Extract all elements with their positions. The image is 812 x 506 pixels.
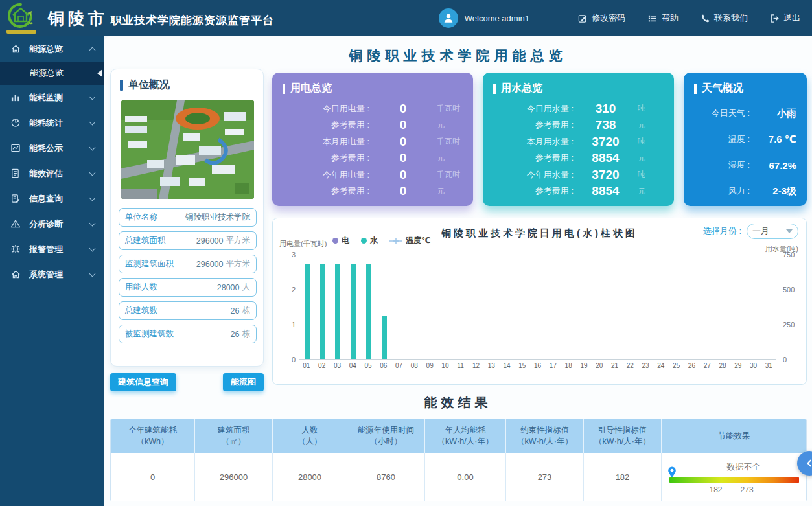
weather-card-title: 天气概况 [684,82,807,95]
unit-info-fields: 单位名称铜陵职业技术学院总建筑面积296000平方米监测建筑面积296000平方… [119,208,257,348]
stat-label: 参考费用 : [272,152,369,164]
gauge-max-label: 273 [741,485,754,494]
pie-chart-icon [10,118,23,128]
header-action-label: 帮助 [662,12,679,24]
header-line1: 人数 [275,425,344,436]
daily-usage-chart-card: 铜陵职业技术学院日用电(水)柱状图 用电量(千瓦时) 用水量(吨) 电水温度℃ … [272,218,807,385]
weather-label: 湿度 : [694,159,750,171]
user-avatar[interactable] [439,8,458,28]
right-axis-tick: 750 [783,251,795,259]
stat-row: 参考费用 :0元 [272,117,473,134]
x-axis-day-label: 25 [669,362,684,369]
chevron-down-icon [89,270,96,277]
stat-label: 参考费用 : [483,185,574,197]
x-axis-day-label: 22 [622,362,638,369]
x-axis-day-label: 27 [699,362,715,369]
unit-field-label: 总建筑数 [125,305,157,316]
table-header-cell: 年人均能耗（kW·h/人·年） [425,419,506,453]
sidebar-item-label: 能效评估 [29,168,90,179]
gauge-status-text: 数据不全 [669,461,799,473]
right-axis-tick: 250 [783,321,795,328]
sidebar-item-energy-statistics[interactable]: 能耗统计 [0,110,104,135]
sidebar-item-label: 报警管理 [29,244,90,255]
weather-value: 小雨 [750,108,796,120]
table-header-row: 全年建筑能耗（kWh）建筑面积（㎡）人数（人）能源年使用时间（小时）年人均能耗（… [111,419,806,453]
sidebar-item-energy-monitoring[interactable]: 能耗监测 [0,85,104,110]
stat-label: 今日用水量 : [483,103,574,115]
left-axis-label: 用电量(千瓦时) [279,239,327,249]
x-axis-day-label: 08 [406,362,422,369]
stat-row: 今日用电量 :0千瓦时 [272,100,473,117]
water-bar-day-05 [366,264,371,359]
header-action-label: 退出 [783,12,800,24]
chart-gridline [299,255,776,255]
stat-unit: 吨 [638,169,674,180]
sidebar-item-energy-overview[interactable]: 能源总览 [0,36,104,62]
sidebar-item-analysis-diagnosis[interactable]: 分析诊断 [0,211,104,236]
energy-flow-diagram-button[interactable]: 能流图 [223,373,264,391]
water-bar-day-06 [382,316,387,359]
header-action-help[interactable]: 帮助 [647,12,679,24]
page-title: 铜陵职业技术学院用能总览 [104,47,812,65]
weather-rows: 今日天气 :小雨温度 :7.6 ℃湿度 :67.2%风力 :2-3级 [684,100,807,204]
table-data-cell: 296000 [195,453,273,501]
title-tick [120,80,123,91]
edit-doc-icon [10,194,23,204]
campus-aerial-image [121,100,254,199]
stat-unit: 吨 [638,136,674,147]
stat-unit: 元 [638,186,674,197]
electricity-overview-card: 用电总览 今日用电量 :0千瓦时参考费用 :0元本月用电量 :0千瓦时参考费用 … [272,73,473,206]
list-icon [647,14,662,23]
weather-value: 2-3级 [750,185,796,198]
phone-icon [701,14,714,23]
app-title: 铜陵市 职业技术学院能源资源监管平台 [48,8,274,29]
unit-field-row: 总建筑数26栋 [119,301,257,320]
stat-unit: 元 [638,153,674,164]
sidebar-item-efficiency-evaluation[interactable]: 能效评估 [0,161,104,186]
stat-value: 3720 [574,135,638,149]
chevron-down-icon [89,245,96,251]
stat-row: 今年用水量 :3720吨 [483,167,674,183]
stat-row: 今年用电量 :0千瓦时 [272,167,473,183]
header-line2: （kWh） [113,436,192,447]
water-bar-day-01 [305,264,310,359]
month-select-dropdown[interactable]: 一月 [747,224,798,239]
stat-value: 310 [574,102,638,116]
table-data-row: 02960002800087600.00273182数据不全182273 [111,453,806,501]
unit-field-value: 铜陵职业技术学院 [157,212,250,223]
app-logo [0,0,41,36]
x-axis-day-label: 06 [376,362,391,369]
left-axis-tick: 2 [292,286,296,293]
sidebar-item-energy-publicity[interactable]: 能耗公示 [0,135,104,161]
bar-chart-icon [10,93,23,103]
header-action-label: 联系我们 [714,12,748,24]
building-info-query-button[interactable]: 建筑信息查询 [110,373,176,391]
header-action-contact-us[interactable]: 联系我们 [701,12,748,24]
unit-field-value: 296000 [174,260,224,269]
table-data-cell: 182 [584,453,662,501]
gauge-min-label: 182 [710,485,723,494]
stat-value: 0 [369,184,437,198]
sidebar-item-alarm-management[interactable]: 报警管理 [0,236,104,262]
legend-item: 电 [332,235,349,246]
sidebar-item-system-management[interactable]: 系统管理 [0,262,104,287]
x-axis-day-label: 09 [422,362,437,369]
unit-field-label: 总建筑面积 [125,235,166,246]
title-tick [694,84,697,94]
legend-label: 电 [342,235,349,246]
sidebar-subitem-energy-overview-sub[interactable]: 能源总览 [0,62,104,85]
header-action-logout[interactable]: 退出 [770,12,800,24]
stat-label: 参考费用 : [272,185,369,197]
home-icon [10,44,23,54]
stat-label: 本月用水量 : [483,136,574,148]
sidebar-item-info-query[interactable]: 信息查询 [0,186,104,211]
weather-row: 温度 :7.6 ℃ [684,126,807,152]
unit-field-value: 28000 [157,283,240,292]
app-title-city: 铜陵市 [48,8,108,29]
header-actions: 修改密码帮助联系我们退出 [555,12,800,24]
header-action-change-password[interactable]: 修改密码 [577,12,625,24]
electricity-card-title-text: 用电总览 [290,82,332,95]
x-axis-day-label: 30 [746,362,761,369]
unit-field-unit: 栋 [242,305,251,316]
stat-value: 0 [369,168,437,182]
